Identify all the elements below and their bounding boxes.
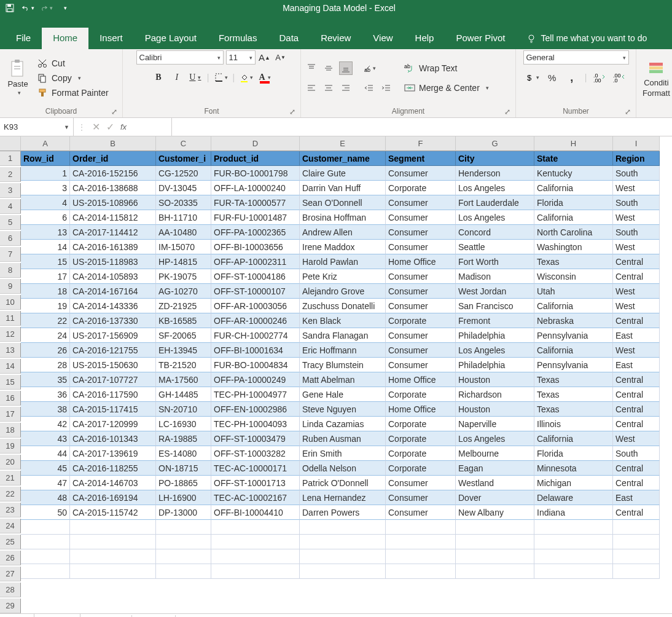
decrease-font-icon[interactable]: A▼: [274, 51, 287, 65]
orientation-icon[interactable]: ab▾: [362, 61, 376, 75]
cell[interactable]: Indiana: [534, 505, 613, 520]
cell[interactable]: Home Office: [386, 372, 456, 387]
cell[interactable]: 22: [21, 313, 70, 328]
merge-center-button[interactable]: Merge & Center▾: [402, 81, 491, 95]
cell[interactable]: FUR-BO-10001798: [211, 166, 300, 181]
cell[interactable]: FUR-FU-10001487: [211, 210, 300, 225]
cell[interactable]: Corporate: [386, 431, 456, 446]
cell[interactable]: CA-2015-117415: [70, 402, 156, 417]
cell[interactable]: Segment: [386, 151, 456, 166]
cell[interactable]: Harold Pawlan: [300, 254, 386, 269]
cell[interactable]: 14: [21, 240, 70, 254]
cell[interactable]: Ruben Ausman: [300, 431, 386, 446]
cell[interactable]: 38: [21, 402, 70, 417]
align-right-icon[interactable]: [339, 81, 353, 95]
cell[interactable]: San Francisco: [456, 299, 534, 313]
cell[interactable]: Naperville: [456, 417, 534, 431]
cell[interactable]: OFF-LA-10000240: [211, 181, 300, 195]
cell[interactable]: Lena Hernandez: [300, 490, 386, 505]
cell[interactable]: DP-13000: [156, 505, 211, 520]
tab-help[interactable]: Help: [404, 28, 445, 49]
cell[interactable]: 19: [21, 299, 70, 313]
cell[interactable]: 50: [21, 505, 70, 520]
cell[interactable]: Erin Smith: [300, 446, 386, 461]
row-header[interactable]: 24: [0, 519, 21, 533]
cell[interactable]: 26: [21, 343, 70, 358]
row-header[interactable]: 26: [0, 551, 21, 565]
cell[interactable]: City: [456, 151, 534, 166]
cut-button[interactable]: Cut: [34, 57, 111, 70]
col-header-B[interactable]: B: [70, 136, 156, 151]
cell[interactable]: Consumer: [386, 210, 456, 225]
cell[interactable]: Los Angeles: [456, 343, 534, 358]
tab-data[interactable]: Data: [268, 28, 310, 49]
cell[interactable]: [156, 520, 211, 535]
wrap-text-button[interactable]: ab Wrap Text: [402, 61, 491, 75]
percent-format-icon[interactable]: %: [545, 71, 559, 84]
cell[interactable]: CA-2017-114412: [70, 225, 156, 240]
accounting-format-icon[interactable]: $▾: [526, 71, 539, 84]
cell[interactable]: New Albany: [456, 505, 534, 520]
cell[interactable]: California: [534, 343, 613, 358]
align-center-icon[interactable]: [322, 81, 335, 95]
cell[interactable]: State: [534, 151, 613, 166]
cell[interactable]: Florida: [534, 446, 613, 461]
cell[interactable]: Minnesota: [534, 461, 613, 476]
cell[interactable]: [456, 549, 534, 564]
cell[interactable]: CA-2016-121755: [70, 343, 156, 358]
italic-button[interactable]: I: [170, 71, 184, 84]
cell[interactable]: [534, 564, 613, 579]
cell[interactable]: Central: [613, 372, 660, 387]
cell[interactable]: East: [613, 358, 660, 372]
cell[interactable]: [456, 564, 534, 579]
cell[interactable]: US-2017-156909: [70, 328, 156, 343]
cell[interactable]: Patrick O'Donnell: [300, 476, 386, 490]
cell[interactable]: TB-21520: [156, 358, 211, 372]
row-header[interactable]: 25: [0, 535, 21, 549]
align-left-icon[interactable]: [305, 81, 318, 95]
cell[interactable]: MA-17560: [156, 372, 211, 387]
cell[interactable]: [21, 520, 70, 535]
cell[interactable]: ES-14080: [156, 446, 211, 461]
cell[interactable]: Brosina Hoffman: [300, 210, 386, 225]
cell[interactable]: 47: [21, 476, 70, 490]
cell[interactable]: PK-19075: [156, 269, 211, 284]
tab-page-layout[interactable]: Page Layout: [134, 28, 208, 49]
cell[interactable]: Texas: [534, 402, 613, 417]
cell[interactable]: Alejandro Grove: [300, 284, 386, 299]
cell[interactable]: West: [613, 299, 660, 313]
row-header[interactable]: 3: [0, 183, 21, 198]
cell[interactable]: SN-20710: [156, 402, 211, 417]
cell[interactable]: 24: [21, 328, 70, 343]
alignment-dialog-launcher[interactable]: ⤢: [503, 108, 512, 116]
col-header-A[interactable]: A: [21, 136, 70, 151]
cell[interactable]: ZD-21925: [156, 299, 211, 313]
row-header[interactable]: 4: [0, 199, 21, 214]
cell[interactable]: [456, 520, 534, 535]
cell[interactable]: IM-15070: [156, 240, 211, 254]
name-box[interactable]: K93▼: [0, 118, 74, 136]
cell[interactable]: Gene Hale: [300, 387, 386, 402]
cell[interactable]: Central: [613, 505, 660, 520]
cell[interactable]: Odella Nelson: [300, 461, 386, 476]
tab-file[interactable]: File: [5, 28, 42, 49]
cell[interactable]: Region: [613, 151, 660, 166]
cell[interactable]: OFF-PA-10000249: [211, 372, 300, 387]
number-format-combo[interactable]: General▾: [523, 50, 629, 65]
cell[interactable]: Consumer: [386, 358, 456, 372]
tab-power-pivot[interactable]: Power Pivot: [445, 28, 516, 49]
cell[interactable]: 13: [21, 225, 70, 240]
row-header[interactable]: 21: [0, 471, 21, 485]
cell[interactable]: 1: [21, 166, 70, 181]
cell[interactable]: OFF-ST-10001713: [211, 476, 300, 490]
cell[interactable]: OFF-ST-10003282: [211, 446, 300, 461]
cell[interactable]: [70, 535, 156, 549]
align-bottom-icon[interactable]: [339, 61, 353, 75]
cell[interactable]: Texas: [534, 254, 613, 269]
cell[interactable]: CA-2016-152156: [70, 166, 156, 181]
cell[interactable]: Houston: [456, 372, 534, 387]
cell[interactable]: Florida: [534, 195, 613, 210]
row-header[interactable]: 8: [0, 263, 21, 278]
row-header[interactable]: 14: [0, 359, 21, 374]
enter-formula-icon[interactable]: ✓: [106, 121, 114, 133]
